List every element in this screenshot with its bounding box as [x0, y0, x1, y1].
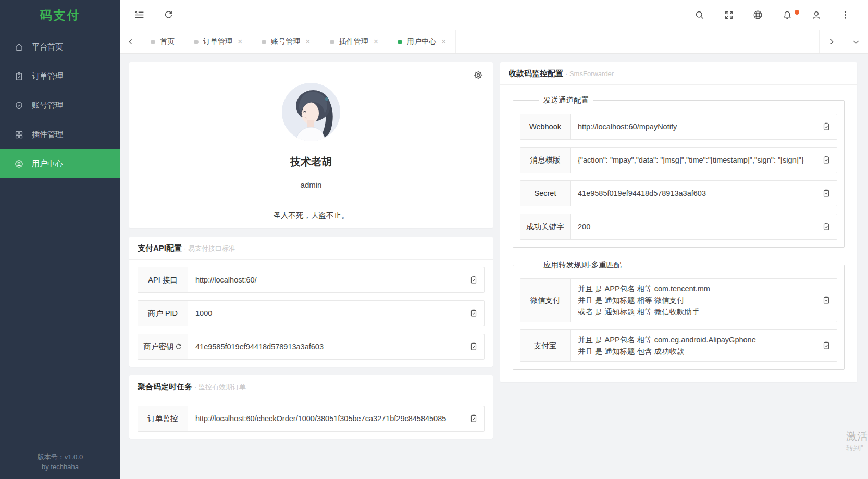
left-column: 技术老胡 admin 圣人不死，大盗不止。 支付API配置· 易支付接口标准 A… — [129, 62, 493, 439]
shield-check-icon — [14, 101, 24, 110]
sidebar: 码支付 平台首页 订单管理 账号管理 — [0, 0, 120, 479]
main-area: 首页 订单管理 × 账号管理 × 插件管理 × 用户中心 × — [120, 0, 868, 479]
field-row-merchant-pid: 商户 PID 1000 — [138, 300, 485, 326]
version-info: 版本号：v1.0.0 by techhaha — [0, 452, 120, 472]
monitor-config-card: 收款码监控配置· SmsForwarder 发送通道配置 Webhook htt… — [500, 62, 857, 382]
copy-icon[interactable] — [816, 148, 837, 173]
timer-task-card: 聚合码定时任务· 监控有效期订单 订单监控 http://localhost:6… — [129, 375, 493, 439]
settings-gear-icon[interactable] — [473, 69, 484, 81]
card-title: 聚合码定时任务· 监控有效期订单 — [129, 375, 493, 398]
language-globe-icon[interactable] — [752, 9, 763, 20]
tab-dot — [151, 40, 155, 44]
tab-dot — [262, 40, 266, 44]
tab-orders[interactable]: 订单管理 × — [184, 30, 252, 53]
copy-icon[interactable] — [816, 181, 837, 206]
sidebar-item-label: 账号管理 — [32, 101, 63, 110]
field-label: 成功关键字 — [520, 214, 571, 239]
sidebar-menu: 平台首页 订单管理 账号管理 插件管理 — [0, 31, 120, 178]
fieldset-legend: 发送通道配置 — [539, 95, 593, 105]
field-row-message-template: 消息模版 {"action": "mpay","data": "[msg]","… — [520, 147, 837, 173]
sidebar-item-home[interactable]: 平台首页 — [0, 32, 120, 62]
sidebar-item-orders[interactable]: 订单管理 — [0, 62, 120, 91]
sidebar-item-plugins[interactable]: 插件管理 — [0, 120, 120, 149]
field-row-secret: Secret 41e9585f019ef94418d578913a3af603 — [520, 180, 837, 206]
more-options-icon[interactable] — [840, 9, 851, 20]
tabs-scroll-left-icon[interactable] — [120, 30, 141, 53]
field-row-order-monitor: 订单监控 http://localhost:60/checkOrder/1000… — [138, 406, 485, 432]
refresh-icon[interactable] — [163, 9, 174, 20]
sidebar-item-label: 平台首页 — [32, 42, 63, 52]
tab-accounts[interactable]: 账号管理 × — [252, 30, 320, 53]
topbar-right — [694, 9, 868, 20]
search-icon[interactable] — [694, 9, 705, 20]
tab-close-icon[interactable]: × — [374, 38, 378, 46]
card-body: 发送通道配置 Webhook http://localhost:60/mpayN… — [500, 85, 857, 382]
topbar — [120, 0, 868, 30]
sidebar-item-user-center[interactable]: 用户中心 — [0, 149, 120, 178]
field-label: 支付宝 — [520, 330, 571, 361]
field-value: 41e9585f019ef94418d578913a3af603 — [571, 181, 816, 206]
field-row-api-url: API 接口 http://localhost:60/ — [138, 267, 485, 293]
field-label: 订单监控 — [138, 406, 188, 431]
field-label: API 接口 — [138, 267, 188, 292]
tab-user-center[interactable]: 用户中心 × — [388, 30, 456, 53]
tab-close-icon[interactable]: × — [238, 38, 242, 46]
field-row-wechat-pay-rules: 微信支付 并且 是 APP包名 相等 com.tencent.mm 并且 是 通… — [520, 278, 837, 322]
collapse-menu-icon[interactable] — [134, 9, 145, 20]
user-profile-icon[interactable] — [811, 9, 822, 20]
field-row-success-keyword: 成功关键字 200 — [520, 214, 837, 240]
sidebar-item-label: 订单管理 — [32, 71, 63, 81]
field-value: 200 — [571, 214, 816, 239]
copy-icon[interactable] — [463, 267, 484, 292]
rule-line: 并且 是 APP包名 相等 com.eg.android.AlipayGphon… — [578, 334, 811, 346]
field-value: http://localhost:60/checkOrder/1000/3805… — [188, 406, 463, 431]
profile-card: 技术老胡 admin 圣人不死，大盗不止。 — [129, 62, 493, 228]
card-title: 收款码监控配置· SmsForwarder — [500, 62, 857, 85]
tab-label: 用户中心 — [407, 37, 436, 46]
profile-name: 技术老胡 — [129, 155, 493, 169]
page-content: 技术老胡 admin 圣人不死，大盗不止。 支付API配置· 易支付接口标准 A… — [120, 54, 868, 479]
app-root: 码支付 平台首页 订单管理 账号管理 — [0, 0, 868, 479]
fullscreen-icon[interactable] — [723, 9, 734, 20]
tabs-menu-chevron-icon[interactable] — [844, 30, 868, 53]
field-value: http://localhost:60/ — [188, 267, 463, 292]
tab-spacer — [456, 30, 819, 53]
copy-icon[interactable] — [816, 330, 837, 361]
copy-icon[interactable] — [463, 406, 484, 431]
sidebar-item-accounts[interactable]: 账号管理 — [0, 91, 120, 120]
sidebar-item-label: 插件管理 — [32, 130, 63, 140]
tab-dot — [330, 40, 334, 44]
tab-label: 订单管理 — [203, 37, 232, 46]
copy-icon[interactable] — [816, 214, 837, 239]
field-value: http://localhost:60/mpayNotify — [571, 114, 816, 139]
field-label: 消息模版 — [520, 148, 571, 173]
tab-bar: 首页 订单管理 × 账号管理 × 插件管理 × 用户中心 × — [120, 30, 868, 54]
copy-icon[interactable] — [816, 279, 837, 322]
field-row-webhook: Webhook http://localhost:60/mpayNotify — [520, 114, 837, 140]
card-title-text: 支付API配置 — [138, 243, 182, 252]
rule-line: 或者 是 通知标题 相等 微信收款助手 — [578, 306, 811, 317]
copy-icon[interactable] — [463, 334, 484, 359]
card-body: 订单监控 http://localhost:60/checkOrder/1000… — [129, 398, 493, 439]
home-icon — [14, 42, 24, 52]
copy-icon[interactable] — [463, 301, 484, 326]
card-subtitle: · 易支付接口标准 — [184, 244, 235, 252]
tab-close-icon[interactable]: × — [441, 38, 446, 46]
user-circle-icon — [14, 159, 24, 169]
field-value: 并且 是 APP包名 相等 com.tencent.mm 并且 是 通知标题 相… — [571, 279, 816, 322]
tab-plugins[interactable]: 插件管理 × — [320, 30, 388, 53]
tab-home[interactable]: 首页 — [141, 30, 184, 53]
copy-icon[interactable] — [816, 114, 837, 139]
field-label: Secret — [520, 181, 571, 206]
version-number: 版本号：v1.0.0 — [0, 452, 120, 462]
tab-close-icon[interactable]: × — [305, 38, 310, 46]
pay-api-card: 支付API配置· 易支付接口标准 API 接口 http://localhost… — [129, 237, 493, 367]
tabs-scroll-right-icon[interactable] — [819, 30, 844, 53]
tab-label: 首页 — [160, 37, 175, 46]
notification-bell-icon[interactable] — [782, 9, 792, 20]
field-value: 41e9585f019ef94418d578913a3af603 — [188, 334, 463, 359]
field-value: 1000 — [188, 301, 463, 326]
regenerate-key-icon[interactable] — [175, 343, 182, 350]
field-row-merchant-key: 商户密钥 41e9585f019ef94418d578913a3af603 — [138, 334, 485, 360]
avatar[interactable] — [282, 83, 340, 141]
